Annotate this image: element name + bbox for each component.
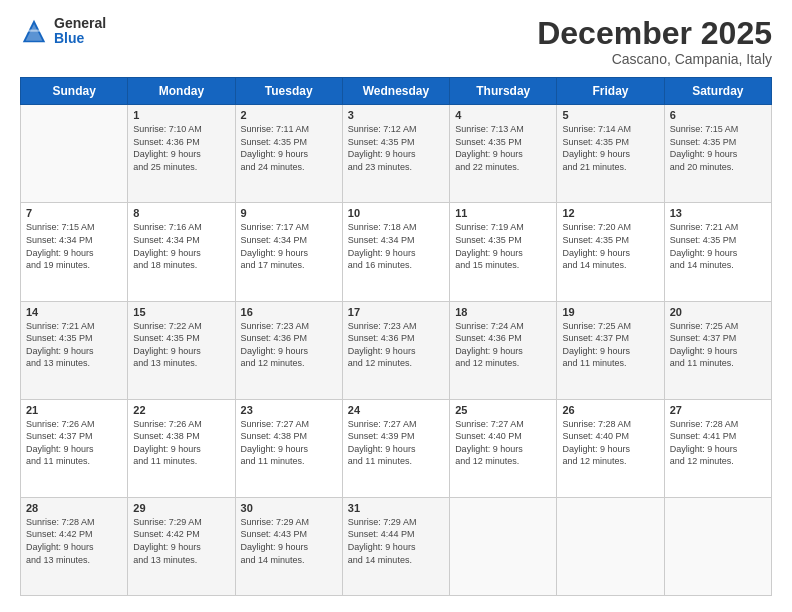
table-cell: 15Sunrise: 7:22 AM Sunset: 4:35 PM Dayli… [128, 301, 235, 399]
title-block: December 2025 Cascano, Campania, Italy [537, 16, 772, 67]
logo-text: General Blue [54, 16, 106, 47]
day-number: 14 [26, 306, 122, 318]
day-number: 27 [670, 404, 766, 416]
day-number: 4 [455, 109, 551, 121]
col-thursday: Thursday [450, 78, 557, 105]
day-info: Sunrise: 7:18 AM Sunset: 4:34 PM Dayligh… [348, 221, 444, 271]
month-title: December 2025 [537, 16, 772, 51]
table-cell: 18Sunrise: 7:24 AM Sunset: 4:36 PM Dayli… [450, 301, 557, 399]
day-info: Sunrise: 7:25 AM Sunset: 4:37 PM Dayligh… [670, 320, 766, 370]
location-subtitle: Cascano, Campania, Italy [537, 51, 772, 67]
table-cell: 31Sunrise: 7:29 AM Sunset: 4:44 PM Dayli… [342, 497, 449, 595]
day-number: 8 [133, 207, 229, 219]
table-cell: 28Sunrise: 7:28 AM Sunset: 4:42 PM Dayli… [21, 497, 128, 595]
day-info: Sunrise: 7:27 AM Sunset: 4:38 PM Dayligh… [241, 418, 337, 468]
day-number: 17 [348, 306, 444, 318]
table-cell: 3Sunrise: 7:12 AM Sunset: 4:35 PM Daylig… [342, 105, 449, 203]
day-info: Sunrise: 7:10 AM Sunset: 4:36 PM Dayligh… [133, 123, 229, 173]
day-info: Sunrise: 7:27 AM Sunset: 4:39 PM Dayligh… [348, 418, 444, 468]
day-number: 26 [562, 404, 658, 416]
day-number: 30 [241, 502, 337, 514]
table-cell: 4Sunrise: 7:13 AM Sunset: 4:35 PM Daylig… [450, 105, 557, 203]
day-info: Sunrise: 7:26 AM Sunset: 4:38 PM Dayligh… [133, 418, 229, 468]
day-info: Sunrise: 7:13 AM Sunset: 4:35 PM Dayligh… [455, 123, 551, 173]
day-info: Sunrise: 7:15 AM Sunset: 4:35 PM Dayligh… [670, 123, 766, 173]
calendar-week-row: 14Sunrise: 7:21 AM Sunset: 4:35 PM Dayli… [21, 301, 772, 399]
day-info: Sunrise: 7:23 AM Sunset: 4:36 PM Dayligh… [241, 320, 337, 370]
table-cell: 30Sunrise: 7:29 AM Sunset: 4:43 PM Dayli… [235, 497, 342, 595]
day-number: 24 [348, 404, 444, 416]
day-number: 21 [26, 404, 122, 416]
table-cell: 20Sunrise: 7:25 AM Sunset: 4:37 PM Dayli… [664, 301, 771, 399]
day-info: Sunrise: 7:23 AM Sunset: 4:36 PM Dayligh… [348, 320, 444, 370]
day-info: Sunrise: 7:16 AM Sunset: 4:34 PM Dayligh… [133, 221, 229, 271]
table-cell: 14Sunrise: 7:21 AM Sunset: 4:35 PM Dayli… [21, 301, 128, 399]
calendar-week-row: 21Sunrise: 7:26 AM Sunset: 4:37 PM Dayli… [21, 399, 772, 497]
day-number: 11 [455, 207, 551, 219]
day-number: 31 [348, 502, 444, 514]
table-cell: 23Sunrise: 7:27 AM Sunset: 4:38 PM Dayli… [235, 399, 342, 497]
table-cell: 13Sunrise: 7:21 AM Sunset: 4:35 PM Dayli… [664, 203, 771, 301]
table-cell: 22Sunrise: 7:26 AM Sunset: 4:38 PM Dayli… [128, 399, 235, 497]
table-cell [664, 497, 771, 595]
day-info: Sunrise: 7:27 AM Sunset: 4:40 PM Dayligh… [455, 418, 551, 468]
page: General Blue December 2025 Cascano, Camp… [0, 0, 792, 612]
day-number: 18 [455, 306, 551, 318]
day-info: Sunrise: 7:25 AM Sunset: 4:37 PM Dayligh… [562, 320, 658, 370]
svg-rect-2 [27, 30, 41, 32]
table-cell: 29Sunrise: 7:29 AM Sunset: 4:42 PM Dayli… [128, 497, 235, 595]
day-number: 1 [133, 109, 229, 121]
table-cell: 25Sunrise: 7:27 AM Sunset: 4:40 PM Dayli… [450, 399, 557, 497]
logo-blue-label: Blue [54, 31, 106, 46]
table-cell: 1Sunrise: 7:10 AM Sunset: 4:36 PM Daylig… [128, 105, 235, 203]
calendar-week-row: 7Sunrise: 7:15 AM Sunset: 4:34 PM Daylig… [21, 203, 772, 301]
header: General Blue December 2025 Cascano, Camp… [20, 16, 772, 67]
day-number: 28 [26, 502, 122, 514]
calendar-table: Sunday Monday Tuesday Wednesday Thursday… [20, 77, 772, 596]
day-info: Sunrise: 7:26 AM Sunset: 4:37 PM Dayligh… [26, 418, 122, 468]
table-cell: 21Sunrise: 7:26 AM Sunset: 4:37 PM Dayli… [21, 399, 128, 497]
day-info: Sunrise: 7:29 AM Sunset: 4:43 PM Dayligh… [241, 516, 337, 566]
day-number: 6 [670, 109, 766, 121]
day-number: 13 [670, 207, 766, 219]
table-cell: 16Sunrise: 7:23 AM Sunset: 4:36 PM Dayli… [235, 301, 342, 399]
day-info: Sunrise: 7:29 AM Sunset: 4:42 PM Dayligh… [133, 516, 229, 566]
logo-general-label: General [54, 16, 106, 31]
col-saturday: Saturday [664, 78, 771, 105]
day-number: 2 [241, 109, 337, 121]
day-info: Sunrise: 7:28 AM Sunset: 4:41 PM Dayligh… [670, 418, 766, 468]
day-info: Sunrise: 7:29 AM Sunset: 4:44 PM Dayligh… [348, 516, 444, 566]
logo: General Blue [20, 16, 106, 47]
day-number: 9 [241, 207, 337, 219]
day-info: Sunrise: 7:17 AM Sunset: 4:34 PM Dayligh… [241, 221, 337, 271]
table-cell: 19Sunrise: 7:25 AM Sunset: 4:37 PM Dayli… [557, 301, 664, 399]
table-cell: 26Sunrise: 7:28 AM Sunset: 4:40 PM Dayli… [557, 399, 664, 497]
calendar-week-row: 1Sunrise: 7:10 AM Sunset: 4:36 PM Daylig… [21, 105, 772, 203]
day-number: 12 [562, 207, 658, 219]
day-number: 3 [348, 109, 444, 121]
day-number: 29 [133, 502, 229, 514]
col-wednesday: Wednesday [342, 78, 449, 105]
table-cell: 12Sunrise: 7:20 AM Sunset: 4:35 PM Dayli… [557, 203, 664, 301]
col-friday: Friday [557, 78, 664, 105]
col-sunday: Sunday [21, 78, 128, 105]
table-cell: 7Sunrise: 7:15 AM Sunset: 4:34 PM Daylig… [21, 203, 128, 301]
day-info: Sunrise: 7:11 AM Sunset: 4:35 PM Dayligh… [241, 123, 337, 173]
table-cell: 8Sunrise: 7:16 AM Sunset: 4:34 PM Daylig… [128, 203, 235, 301]
day-info: Sunrise: 7:28 AM Sunset: 4:40 PM Dayligh… [562, 418, 658, 468]
day-info: Sunrise: 7:22 AM Sunset: 4:35 PM Dayligh… [133, 320, 229, 370]
table-cell [557, 497, 664, 595]
day-info: Sunrise: 7:28 AM Sunset: 4:42 PM Dayligh… [26, 516, 122, 566]
day-number: 22 [133, 404, 229, 416]
table-cell [21, 105, 128, 203]
col-tuesday: Tuesday [235, 78, 342, 105]
day-info: Sunrise: 7:12 AM Sunset: 4:35 PM Dayligh… [348, 123, 444, 173]
table-cell: 6Sunrise: 7:15 AM Sunset: 4:35 PM Daylig… [664, 105, 771, 203]
calendar-header-row: Sunday Monday Tuesday Wednesday Thursday… [21, 78, 772, 105]
day-number: 7 [26, 207, 122, 219]
day-number: 5 [562, 109, 658, 121]
table-cell: 27Sunrise: 7:28 AM Sunset: 4:41 PM Dayli… [664, 399, 771, 497]
logo-icon [20, 17, 48, 45]
table-cell: 10Sunrise: 7:18 AM Sunset: 4:34 PM Dayli… [342, 203, 449, 301]
day-number: 25 [455, 404, 551, 416]
